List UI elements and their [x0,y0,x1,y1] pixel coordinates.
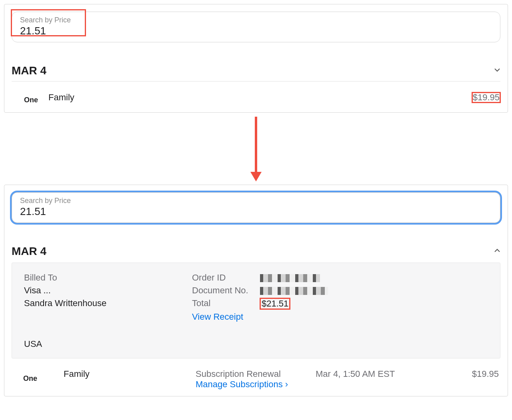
purchase-panel-expanded: Search by Price 21.51 MAR 4 Billed To Or… [4,185,508,396]
item-price: $19.95 [472,369,500,379]
total-value: $21.51 [260,298,290,309]
billed-country: USA [24,339,488,349]
search-value: 21.51 [20,25,492,37]
purchase-line-item[interactable]: One Family $19.95 [12,82,500,107]
order-details: Billed To Order ID Visa ... Document No.… [12,263,500,358]
billed-name: Sandra Writtenhouse [24,298,192,309]
chevron-down-icon[interactable] [494,67,500,75]
manage-subscriptions-link[interactable]: Manage Subscriptions › [196,379,288,389]
item-title: Family [48,92,74,103]
payment-method: Visa ... [24,285,192,296]
arrow-down-icon [4,113,508,185]
order-id-label: Order ID [192,273,260,283]
item-timestamp: Mar 4, 1:50 AM EST [316,369,420,379]
chevron-up-icon[interactable] [494,247,500,256]
total-label: Total [192,298,260,309]
apple-one-badge: One [24,90,38,104]
item-subtitle: Subscription Renewal [196,369,316,379]
date-heading: MAR 4 [12,64,46,77]
search-value: 21.51 [20,205,492,218]
date-heading: MAR 4 [12,245,46,258]
purchase-line-item: One Family Subscription Renewal Manage S… [12,358,500,391]
search-label: Search by Price [20,197,492,205]
billed-to-label: Billed To [24,273,192,283]
search-by-price-field[interactable]: Search by Price 21.51 [12,12,500,42]
search-label: Search by Price [20,16,492,24]
purchase-panel-collapsed: Search by Price 21.51 MAR 4 One Family $… [4,4,508,113]
order-id-value-redacted [260,274,320,282]
view-receipt-link[interactable]: View Receipt [192,312,243,322]
item-price: $19.95 [472,92,500,103]
search-by-price-field[interactable]: Search by Price 21.51 [12,192,500,223]
document-no-label: Document No. [192,285,260,296]
document-no-value-redacted [260,287,328,295]
apple-one-badge: One [23,369,64,383]
item-title: Family [64,369,196,379]
